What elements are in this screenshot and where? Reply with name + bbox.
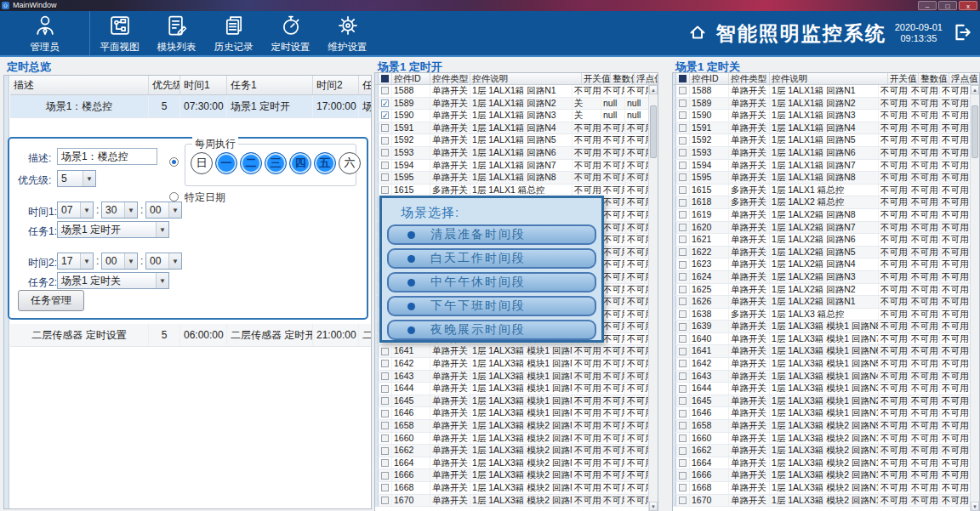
row-checkbox[interactable]	[379, 85, 392, 97]
scene-period-button-5[interactable]: 夜晚展示时间段	[387, 320, 596, 340]
scene1-off-row[interactable]: 1646单路开关1层 1ALX3箱 模块1 回路N1不可用不可用不可用	[673, 407, 970, 420]
scene-period-button-3[interactable]: 中午午休时间段	[387, 272, 596, 292]
scene-period-button-4[interactable]: 下午下班时间段	[387, 296, 596, 316]
row-checkbox[interactable]	[676, 172, 690, 184]
logout-button[interactable]	[951, 21, 973, 46]
toolbar-item-4[interactable]: 定时设置	[262, 11, 319, 55]
scene1-on-row[interactable]: 1643单路开关1层 1ALX3箱 模块1 回路N4不可用不可用不可用	[375, 371, 648, 383]
row-checkbox[interactable]	[379, 407, 392, 419]
desc-field[interactable]: 场景1：楼总控	[57, 148, 157, 165]
weekday-toggle-五[interactable]: 五	[314, 152, 336, 174]
row-checkbox[interactable]	[676, 110, 690, 122]
scene1-on-row[interactable]: 1588单路开关1层 1ALX1箱 回路N1不可用不可用不可用	[375, 85, 648, 98]
row-checkbox[interactable]	[676, 122, 690, 134]
scene1-on-row[interactable]: 1660单路开关1层 1ALX3箱 模块2 回路N10不可用不可用不可用	[375, 433, 648, 446]
task2-dropdown[interactable]: 场景1 定时关▼	[57, 272, 169, 289]
vertical-scrollbar[interactable]: ▲ ▼	[970, 85, 979, 511]
scene1-off-row[interactable]: 1623单路开关1层 1ALX2箱 回路N4不可用不可用不可用	[673, 258, 970, 271]
col-int-value[interactable]: 整数值	[919, 73, 949, 84]
row-checkbox[interactable]	[676, 420, 690, 432]
time1-hour-dropdown[interactable]: 07▼	[57, 202, 94, 219]
minimize-button[interactable]: –	[918, 1, 937, 10]
scene1-off-row[interactable]: 1591单路开关1层 1ALX1箱 回路N4不可用不可用不可用	[673, 122, 970, 135]
priority-dropdown[interactable]: 5▼	[57, 170, 96, 187]
row-checkbox[interactable]	[676, 234, 690, 246]
row-checkbox[interactable]	[379, 172, 392, 184]
scene1-on-row[interactable]: ✓1589单路开关1层 1ALX1箱 回路N2关nullnull	[375, 98, 648, 111]
row-checkbox[interactable]	[676, 147, 690, 159]
scene1-on-row[interactable]: 1595单路开关1层 1ALX1箱 回路N8不可用不可用不可用	[375, 172, 648, 185]
col-switch-value[interactable]: 开关值	[888, 73, 919, 84]
col-float-value[interactable]: 浮点值	[949, 73, 979, 84]
row-checkbox[interactable]	[379, 185, 392, 196]
maximize-button[interactable]: □	[938, 1, 957, 10]
row-checkbox[interactable]	[379, 457, 392, 469]
row-checkbox[interactable]	[379, 147, 392, 159]
scene1-on-row[interactable]: 1666单路开关1层 1ALX3箱 模块2 回路N13不可用不可用不可用	[375, 469, 648, 482]
scene1-off-row[interactable]: 1621单路开关1层 1ALX2箱 回路N6不可用不可用不可用	[673, 234, 970, 247]
col-int-value[interactable]: 整数值	[611, 73, 635, 84]
row-checkbox[interactable]	[379, 371, 392, 383]
row-checkbox[interactable]	[676, 209, 690, 221]
col-time2[interactable]: 时间2	[313, 76, 359, 94]
weekday-toggle-日[interactable]: 日	[191, 152, 213, 174]
scene1-off-row[interactable]: 1593单路开关1层 1ALX1箱 回路N6不可用不可用不可用	[673, 147, 970, 160]
row-checkbox[interactable]	[379, 345, 392, 357]
col-time1[interactable]: 时间1	[180, 76, 227, 94]
specific-date-radio[interactable]	[169, 192, 179, 202]
scene1-on-row[interactable]: ✓1590单路开关1层 1ALX1箱 回路N3关nullnull	[375, 110, 648, 122]
row-checkbox[interactable]	[379, 160, 392, 172]
scroll-thumb[interactable]	[650, 105, 657, 158]
row-checkbox[interactable]	[676, 371, 690, 383]
scene1-off-row[interactable]: 1588单路开关1层 1ALX1箱 回路N1不可用不可用不可用	[673, 85, 970, 98]
vertical-scrollbar[interactable]: ▲ ▼	[648, 85, 658, 511]
scene-period-button-1[interactable]: 清晨准备时间段	[387, 224, 596, 245]
time1-second-dropdown[interactable]: 00▼	[145, 202, 182, 219]
scene1-on-row[interactable]: 1645单路开关1层 1ALX3箱 模块1 回路N2不可用不可用不可用	[375, 395, 648, 408]
scroll-down-arrow[interactable]: ▼	[971, 502, 979, 511]
scene1-off-row[interactable]: 1666单路开关1层 1ALX3箱 模块2 回路N13不可用不可用不可用	[673, 469, 970, 482]
scene1-off-row[interactable]: 1641单路开关1层 1ALX3箱 模块1 回路N6不可用不可用不可用	[673, 345, 970, 358]
row-checkbox[interactable]	[379, 445, 392, 457]
task1-dropdown[interactable]: 场景1 定时开▼	[57, 221, 169, 238]
col-control-id[interactable]: 控件ID	[392, 73, 430, 84]
row-checkbox[interactable]	[676, 457, 690, 469]
scene1-on-row[interactable]: 1641单路开关1层 1ALX3箱 模块1 回路N6不可用不可用不可用	[375, 345, 648, 358]
scroll-thumb[interactable]	[971, 105, 978, 158]
scroll-up-arrow[interactable]: ▲	[649, 85, 658, 94]
time2-hour-dropdown[interactable]: 17▼	[57, 253, 94, 270]
row-checkbox[interactable]	[379, 134, 392, 146]
timer-row[interactable]: 场景1：楼总控507:30:00场景1 定时开17:00:00场景	[10, 95, 371, 118]
col-control-type[interactable]: 控件类型	[430, 73, 470, 84]
col-task2[interactable]: 任务2	[359, 76, 371, 94]
toolbar-item-2[interactable]: 模块列表	[148, 11, 205, 55]
scene1-off-row[interactable]: 1594单路开关1层 1ALX1箱 回路N7不可用不可用不可用	[673, 160, 970, 173]
row-checkbox[interactable]	[379, 358, 392, 370]
row-checkbox[interactable]: ✓	[379, 110, 392, 122]
row-checkbox[interactable]	[676, 284, 690, 296]
table-header[interactable]: 描述 优先级 时间1 任务1 时间2 任务2	[10, 76, 371, 95]
select-all-checkbox[interactable]	[676, 73, 690, 84]
task-manage-button[interactable]: 任务管理	[18, 290, 84, 311]
row-checkbox[interactable]	[676, 296, 690, 308]
row-checkbox[interactable]	[379, 433, 392, 445]
scene1-on-row[interactable]: 1658单路开关1层 1ALX3箱 模块2 回路N9不可用不可用不可用	[375, 420, 648, 433]
scene1-on-row[interactable]: 1594单路开关1层 1ALX1箱 回路N7不可用不可用不可用	[375, 160, 648, 173]
row-checkbox[interactable]	[676, 383, 690, 395]
scene1-on-row[interactable]: 1664单路开关1层 1ALX3箱 模块2 回路N12不可用不可用不可用	[375, 457, 648, 470]
scene1-on-row[interactable]: 1668单路开关1层 1ALX3箱 模块2 回路N14不可用不可用不可用	[375, 482, 648, 495]
row-checkbox[interactable]	[676, 445, 690, 457]
row-checkbox[interactable]	[676, 321, 690, 332]
row-checkbox[interactable]	[676, 247, 690, 258]
time1-minute-dropdown[interactable]: 30▼	[101, 202, 138, 219]
scene1-off-row[interactable]: 1590单路开关1层 1ALX1箱 回路N3不可用不可用不可用	[673, 110, 970, 122]
scene1-off-row[interactable]: 1624单路开关1层 1ALX2箱 回路N3不可用不可用不可用	[673, 271, 970, 284]
scene1-on-row[interactable]: 1642单路开关1层 1ALX3箱 模块1 回路N5不可用不可用不可用	[375, 358, 648, 371]
scene1-off-row[interactable]: 1638多路开关1层 1ALX3 箱总控不可用不可用不可用	[673, 309, 970, 321]
toolbar-item-5[interactable]: 维护设置	[319, 11, 376, 55]
row-checkbox[interactable]	[676, 309, 690, 321]
row-checkbox[interactable]	[676, 395, 690, 407]
row-checkbox[interactable]	[379, 420, 392, 432]
scene1-off-row[interactable]: 1615多路开关1层 1ALX1 箱总控不可用不可用不可用	[673, 185, 970, 197]
row-checkbox[interactable]	[676, 98, 690, 110]
